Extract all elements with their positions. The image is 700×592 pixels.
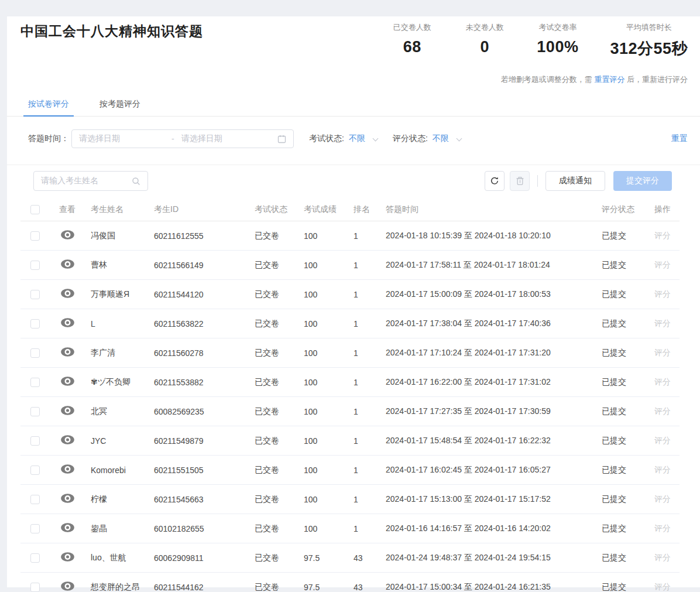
select-all-checkbox[interactable] xyxy=(30,205,40,214)
eye-icon xyxy=(61,435,74,444)
date-range-picker[interactable]: 请选择日期 - 请选择日期 xyxy=(71,129,294,148)
view-answer-button[interactable] xyxy=(61,435,74,444)
header-action: 操作 xyxy=(654,204,680,215)
exam-score: 100 xyxy=(301,261,351,270)
grade-action-link[interactable]: 评分 xyxy=(654,582,671,591)
exam-status: 已交卷 xyxy=(252,231,301,241)
row-checkbox[interactable] xyxy=(30,524,40,533)
student-name: luo、世航 xyxy=(88,553,151,563)
grade-action-link[interactable]: 评分 xyxy=(654,406,671,416)
exam-status-filter[interactable]: 考试状态: 不限 xyxy=(309,134,378,144)
exam-score: 100 xyxy=(301,407,351,416)
view-answer-button[interactable] xyxy=(61,230,74,239)
table-row: 冯俊国60211612555已交卷10012024-01-18 10:15:39… xyxy=(20,221,680,251)
eye-icon xyxy=(61,494,74,503)
rank: 1 xyxy=(351,348,383,358)
view-answer-button[interactable] xyxy=(61,259,74,269)
note-prefix: 若增删考题或调整分数，需 xyxy=(501,75,595,84)
student-id: 60211544120 xyxy=(151,290,252,299)
view-answer-button[interactable] xyxy=(61,523,74,532)
view-answer-button[interactable] xyxy=(61,289,74,298)
grade-action-link[interactable]: 评分 xyxy=(654,348,671,357)
answer-time: 2024-01-24 19:48:37 至 2024-01-24 19:54:1… xyxy=(383,553,596,563)
grade-action-link[interactable]: 评分 xyxy=(654,553,671,562)
view-answer-button[interactable] xyxy=(61,494,74,503)
table-row: JYC60211549879已交卷10012024-01-17 15:48:54… xyxy=(20,426,680,456)
exam-score: 100 xyxy=(301,378,351,387)
row-checkbox[interactable] xyxy=(30,495,40,504)
row-checkbox[interactable] xyxy=(30,348,40,358)
stat-submit-rate: 考试交卷率 100% xyxy=(537,22,578,59)
exam-status: 已交卷 xyxy=(252,406,301,417)
row-checkbox[interactable] xyxy=(30,261,40,270)
answer-time: 2024-01-17 15:13:00 至 2024-01-17 15:17:5… xyxy=(383,494,596,505)
header-student-id: 考生ID xyxy=(151,204,252,215)
row-checkbox[interactable] xyxy=(30,319,40,328)
grade-status-value[interactable]: 不限 xyxy=(433,134,449,144)
tab-grade-by-paper[interactable]: 按试卷评分 xyxy=(26,94,71,116)
view-answer-button[interactable] xyxy=(61,581,74,591)
table-row: 想变胖的之昂60211544162已交卷97.5432024-01-17 15:… xyxy=(20,573,680,592)
view-answer-button[interactable] xyxy=(61,347,74,357)
exam-score: 100 xyxy=(301,524,351,533)
rank: 1 xyxy=(351,466,383,475)
stat-value: 0 xyxy=(481,38,490,56)
stat-unsubmitted-count: 未交卷人数 0 xyxy=(464,22,505,59)
grade-status-label: 评分状态: xyxy=(393,134,428,144)
row-checkbox[interactable] xyxy=(30,436,40,446)
grade-action-link[interactable]: 评分 xyxy=(654,465,671,474)
view-answer-button[interactable] xyxy=(61,464,74,474)
row-checkbox[interactable] xyxy=(30,583,40,592)
grade-status-filter[interactable]: 评分状态: 不限 xyxy=(393,134,461,144)
answer-time: 2024-01-17 17:27:35 至 2024-01-17 17:30:5… xyxy=(383,406,596,417)
refresh-button[interactable] xyxy=(485,171,505,191)
score-notify-button[interactable]: 成绩通知 xyxy=(545,171,605,191)
grade-action-link[interactable]: 评分 xyxy=(654,319,671,328)
student-name: 鋆晶 xyxy=(88,523,151,534)
row-checkbox[interactable] xyxy=(30,553,40,563)
row-checkbox[interactable] xyxy=(30,466,40,475)
grade-action-link[interactable]: 评分 xyxy=(654,436,671,445)
tab-grade-by-question[interactable]: 按考题评分 xyxy=(97,94,143,116)
grade-action-link[interactable]: 评分 xyxy=(654,377,671,386)
stat-label: 已交卷人数 xyxy=(393,22,431,33)
exam-status: 已交卷 xyxy=(252,582,301,592)
submit-grades-button[interactable]: 提交评分 xyxy=(613,171,672,191)
stat-label: 未交卷人数 xyxy=(466,22,504,33)
rank: 1 xyxy=(351,407,383,416)
row-checkbox[interactable] xyxy=(30,290,40,299)
exam-score: 100 xyxy=(301,348,351,358)
grade-status: 已提交 xyxy=(596,582,654,592)
view-answer-button[interactable] xyxy=(61,318,74,327)
row-checkbox[interactable] xyxy=(30,231,40,241)
date-end-input[interactable]: 请选择日期 xyxy=(181,134,277,144)
reset-score-link[interactable]: 重置评分 xyxy=(594,75,624,84)
grade-action-link[interactable]: 评分 xyxy=(654,231,671,240)
table-row: 曹林60211566149已交卷10012024-01-17 17:58:11 … xyxy=(20,251,680,280)
student-name: ✾ヅ不负卿 xyxy=(88,377,151,388)
row-checkbox[interactable] xyxy=(30,378,40,387)
grade-action-link[interactable]: 评分 xyxy=(654,289,671,299)
view-answer-button[interactable] xyxy=(61,406,74,415)
header-view: 查看 xyxy=(47,204,88,215)
eye-icon xyxy=(61,347,74,357)
delete-button[interactable] xyxy=(510,171,530,191)
row-checkbox[interactable] xyxy=(30,407,40,416)
grade-action-link[interactable]: 评分 xyxy=(654,523,671,533)
student-id: 60211549879 xyxy=(151,436,252,446)
search-input[interactable]: 请输入考生姓名 xyxy=(33,171,148,191)
rank: 1 xyxy=(351,231,383,241)
date-start-input[interactable]: 请选择日期 xyxy=(79,134,171,144)
search-placeholder: 请输入考生姓名 xyxy=(41,176,132,186)
reset-filters-link[interactable]: 重置 xyxy=(671,134,688,144)
view-answer-button[interactable] xyxy=(61,552,74,562)
grade-status: 已提交 xyxy=(596,494,654,505)
exam-status-value[interactable]: 不限 xyxy=(349,134,365,144)
grade-action-link[interactable]: 评分 xyxy=(654,494,671,504)
grade-action-link[interactable]: 评分 xyxy=(654,260,671,269)
table-row: 鋆晶60102182655已交卷10012024-01-16 14:16:57 … xyxy=(20,514,680,543)
exam-status: 已交卷 xyxy=(252,377,301,388)
view-answer-button[interactable] xyxy=(61,377,74,386)
filter-bar: 答题时间： 请选择日期 - 请选择日期 考试状态: 不限 评分状态: 不限 重置 xyxy=(7,117,700,148)
student-name: 想变胖的之昂 xyxy=(88,582,151,592)
